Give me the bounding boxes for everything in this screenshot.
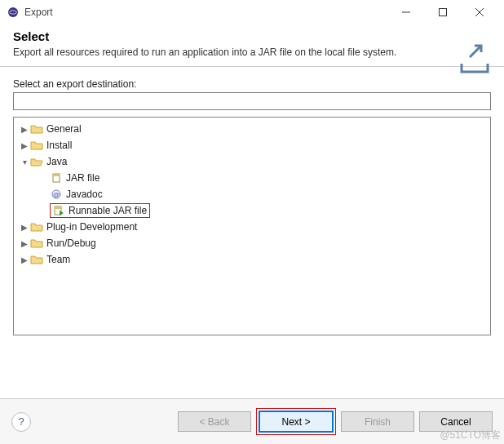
tree-item-label: Plug-in Development: [46, 221, 137, 233]
back-button-label: < Back: [199, 416, 229, 428]
export-icon: [457, 41, 493, 79]
wizard-footer: ? < Back Next > Finish Cancel: [0, 398, 504, 444]
maximize-button[interactable]: [424, 1, 461, 24]
chevron-right-icon[interactable]: ▶: [19, 255, 30, 264]
folder-icon: [30, 139, 43, 152]
tree-item-label: Runnable JAR file: [69, 205, 147, 216]
chevron-right-icon[interactable]: ▶: [19, 141, 30, 150]
folder-open-icon: [30, 155, 43, 168]
folder-icon: [30, 220, 43, 233]
close-button[interactable]: [461, 1, 497, 24]
next-button[interactable]: Next >: [259, 411, 333, 432]
next-button-label: Next >: [281, 416, 310, 428]
tree-item-label: Javadoc: [66, 189, 103, 200]
help-button[interactable]: ?: [11, 412, 31, 432]
tree-item-label: General: [46, 123, 82, 135]
tree-item-jar-file[interactable]: JAR file: [15, 170, 489, 186]
chevron-right-icon[interactable]: ▶: [19, 125, 30, 134]
tree-item-general[interactable]: ▶ General: [15, 121, 489, 137]
jar-icon: [50, 171, 63, 184]
svg-rect-3: [439, 9, 446, 16]
back-button[interactable]: < Back: [178, 411, 251, 432]
finish-button[interactable]: Finish: [341, 411, 414, 432]
eclipse-icon: [7, 6, 20, 19]
next-button-highlight: Next >: [256, 408, 336, 435]
tree-item-run-debug[interactable]: ▶ Run/Debug: [15, 235, 489, 251]
tree-item-javadoc[interactable]: @ Javadoc: [15, 186, 489, 202]
chevron-down-icon[interactable]: ▾: [19, 158, 30, 166]
javadoc-icon: @: [50, 188, 63, 201]
tree-item-label: Run/Debug: [46, 238, 96, 249]
filter-label: Select an export destination:: [13, 78, 491, 90]
chevron-right-icon[interactable]: ▶: [19, 239, 30, 248]
help-icon: ?: [18, 415, 24, 428]
folder-icon: [30, 237, 43, 250]
wizard-header: Select Export all resources required to …: [0, 24, 504, 67]
chevron-right-icon[interactable]: ▶: [19, 223, 30, 232]
cancel-button-label: Cancel: [440, 416, 471, 428]
runnable-jar-icon: [52, 204, 65, 217]
svg-rect-7: [53, 174, 60, 176]
filter-input[interactable]: [13, 92, 491, 110]
tree-item-runnable-jar[interactable]: Runnable JAR file: [15, 202, 489, 219]
watermark: @51CTO博客: [440, 428, 501, 442]
tree-item-label: Team: [46, 254, 70, 265]
selection-highlight: Runnable JAR file: [50, 203, 150, 218]
tree-item-label: Install: [46, 140, 72, 151]
page-title: Select: [13, 29, 491, 43]
svg-text:@: @: [53, 191, 60, 198]
tree-item-label: Java: [46, 156, 67, 167]
folder-icon: [30, 253, 43, 266]
minimize-button[interactable]: [387, 1, 424, 24]
titlebar: Export: [0, 0, 504, 24]
wizard-body: Select an export destination: ▶ General …: [0, 67, 504, 340]
tree-item-install[interactable]: ▶ Install: [15, 137, 489, 153]
svg-rect-11: [55, 206, 61, 209]
finish-button-label: Finish: [365, 416, 391, 428]
tree-item-team[interactable]: ▶ Team: [15, 251, 489, 268]
tree-item-label: JAR file: [66, 172, 99, 184]
folder-icon: [30, 122, 43, 135]
tree-item-java[interactable]: ▾ Java: [15, 153, 489, 170]
window-title: Export: [24, 7, 53, 18]
tree-item-plugin-dev[interactable]: ▶ Plug-in Development: [15, 219, 489, 235]
export-tree[interactable]: ▶ General ▶ Install ▾ Java JAR f: [13, 117, 491, 335]
page-description: Export all resources required to run an …: [13, 47, 491, 58]
